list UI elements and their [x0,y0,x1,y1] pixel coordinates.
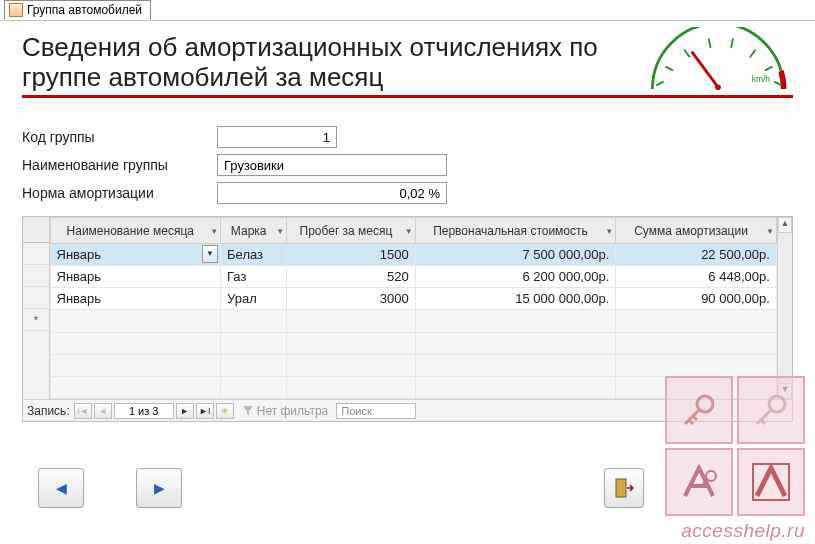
chevron-down-icon: ▼ [766,226,774,235]
select-all-cell[interactable] [23,217,49,243]
table-row[interactable]: Январь▼ Белаз 1500 7 500 000,00р. 22 500… [50,244,776,266]
scroll-up-icon[interactable]: ▲ [778,217,792,233]
chevron-down-icon: ▼ [605,226,613,235]
svg-line-4 [731,38,733,47]
svg-line-6 [765,67,773,71]
funnel-icon [242,405,254,417]
svg-line-1 [666,67,674,71]
triangle-left-icon: ◀ [56,480,67,496]
svg-point-13 [769,396,785,412]
rate-label: Норма амортизации [22,185,217,201]
page-title: Сведения об амортизационных отчислениях … [22,32,625,93]
name-input[interactable] [217,154,447,176]
svg-line-3 [709,38,711,47]
access-key-icon [737,376,805,444]
last-record-button[interactable]: ►I [196,403,214,419]
form-tab[interactable]: Группа автомобилей [4,0,151,20]
new-row-selector[interactable]: * [23,309,49,331]
filter-status: Нет фильтра [242,404,329,418]
close-form-button[interactable] [604,468,644,508]
chevron-down-icon[interactable]: ▼ [202,245,218,263]
svg-text:km/h: km/h [752,74,771,84]
watermark-text: accesshelp.ru [665,520,805,542]
new-record-button[interactable]: ✳ [216,403,234,419]
row-selector-gutter: * [23,217,50,399]
first-record-button[interactable]: I◄ [74,403,92,419]
form-tab-label: Группа автомобилей [27,3,142,17]
code-input[interactable] [217,126,337,148]
vertical-scrollbar[interactable]: ▲ ▼ [777,217,792,399]
chevron-down-icon: ▼ [276,226,284,235]
svg-line-5 [750,50,756,58]
watermark: accesshelp.ru [665,376,805,542]
record-label: Запись: [27,404,70,418]
prev-record-button[interactable]: ◄ [94,403,112,419]
col-mileage[interactable]: Пробег за месяц▼ [287,218,415,244]
row-selector[interactable] [23,265,49,287]
col-month[interactable]: Наименование месяца▼ [50,218,221,244]
prev-button[interactable]: ◀ [38,468,84,508]
col-amort[interactable]: Сумма амортизации▼ [616,218,777,244]
search-input[interactable]: Поиск [336,403,416,419]
code-label: Код группы [22,129,217,145]
next-record-button[interactable]: ► [176,403,194,419]
svg-rect-11 [616,479,626,497]
triangle-right-icon: ▶ [154,480,165,496]
title-row: Сведения об амортизационных отчислениях … [22,27,793,98]
svg-line-0 [656,82,664,86]
rate-input[interactable] [217,182,447,204]
next-button[interactable]: ▶ [136,468,182,508]
fields-section: Код группы Наименование группы Норма амо… [22,126,793,204]
row-selector[interactable] [23,243,49,265]
access-logo-icon [737,448,805,516]
col-brand[interactable]: Марка▼ [221,218,287,244]
svg-point-12 [697,396,713,412]
access-logo-icon [665,448,733,516]
new-row[interactable] [50,310,776,332]
form-icon [9,3,23,17]
table-row[interactable]: Январь Газ 520 6 200 000,00р. 6 448,00р. [50,266,776,288]
chevron-down-icon: ▼ [210,226,218,235]
data-grid: Наименование месяца▼ Марка▼ Пробег за ме… [50,217,777,399]
record-position[interactable]: 1 из 3 [114,403,174,419]
name-label: Наименование группы [22,157,217,173]
row-selector[interactable] [23,287,49,309]
speedometer-icon: km/h [643,27,793,93]
svg-line-2 [684,50,690,58]
chevron-down-icon: ▼ [405,226,413,235]
col-cost[interactable]: Первоначальная стоимость▼ [415,218,616,244]
door-exit-icon [613,477,635,499]
access-key-icon [665,376,733,444]
svg-point-9 [715,84,721,90]
svg-line-8 [692,52,718,88]
table-row[interactable]: Январь Урал 3000 15 000 000,00р. 90 000,… [50,288,776,310]
